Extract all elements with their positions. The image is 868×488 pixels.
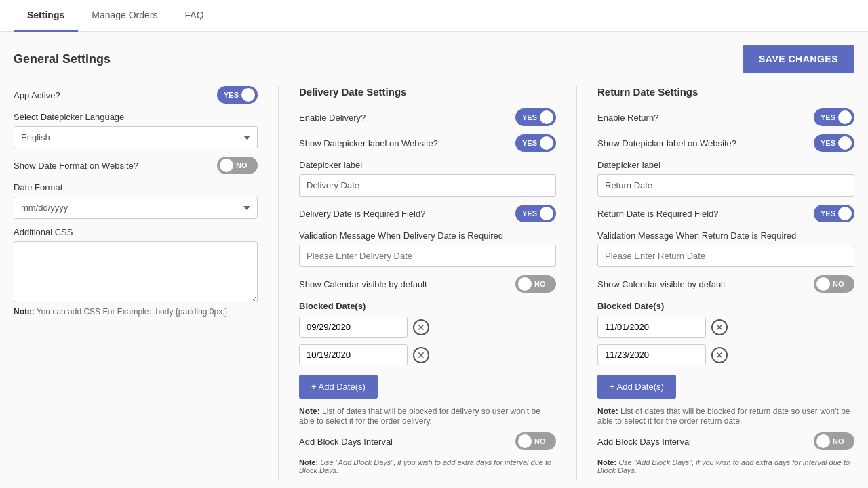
return-required-label: Return Date is Required Field? — [597, 209, 718, 219]
delivery-add-dates-button[interactable]: + Add Date(s) — [299, 375, 378, 399]
return-enable-row: Enable Return? YES — [597, 108, 854, 126]
delivery-blocked-date-1: ✕ — [299, 317, 556, 338]
return-enable-toggle[interactable]: YES — [814, 108, 854, 126]
delivery-required-row: Delivery Date is Required Field? YES — [299, 205, 556, 222]
return-show-datepicker-toggle[interactable]: YES — [814, 134, 854, 152]
return-note-bold: Note: — [597, 407, 618, 416]
delivery-required-label: Delivery Date is Required Field? — [299, 209, 425, 219]
show-date-format-toggle[interactable]: NO — [217, 157, 258, 174]
return-show-datepicker-knob — [838, 136, 852, 150]
delivery-date-input-2[interactable] — [299, 344, 408, 365]
return-show-datepicker-row: Show Datepicker label on Website? YES — [597, 134, 854, 152]
return-block-days-toggle[interactable]: NO — [814, 432, 854, 450]
left-panel: App Active? YES Select Datepicker Langua… — [14, 86, 258, 323]
date-format-select[interactable]: mm/dd/yyyy dd/mm/yyyy yyyy/mm/dd — [14, 197, 258, 219]
return-required-toggle-label: YES — [821, 209, 835, 218]
delivery-block-days-row: Add Block Days Interval NO — [299, 432, 556, 450]
return-date-input-2[interactable] — [597, 344, 706, 365]
middle-divider — [576, 86, 577, 481]
delivery-calendar-row: Show Calendar visible by default NO — [299, 275, 556, 293]
return-datepicker-label-input[interactable] — [597, 174, 854, 197]
return-calendar-label: Show Calendar visible by default — [597, 279, 726, 289]
delivery-calendar-knob — [518, 277, 532, 291]
return-block-days-knob — [816, 434, 830, 448]
delivery-required-toggle-label: YES — [522, 209, 537, 218]
delivery-validation-label-text: Validation Message When Delivery Date is… — [299, 230, 556, 241]
delivery-datepicker-label-text: Datepicker label — [299, 160, 556, 170]
return-show-datepicker-label: Show Datepicker label on Website? — [597, 138, 736, 148]
delivery-panel: Delivery Date Settings Enable Delivery? … — [299, 86, 556, 481]
return-remove-date-1[interactable]: ✕ — [711, 319, 728, 336]
return-calendar-toggle[interactable]: NO — [814, 275, 854, 293]
delivery-note: Note: List of dates that will be blocked… — [299, 407, 556, 426]
page-title: General Settings — [14, 52, 111, 66]
delivery-required-knob — [540, 207, 553, 220]
delivery-calendar-label: Show Calendar visible by default — [299, 279, 427, 289]
delivery-note-content: List of dates that will be blocked for d… — [299, 407, 540, 426]
delivery-validation-input[interactable] — [299, 245, 556, 267]
delivery-blocked-dates-label: Blocked Date(s) — [299, 301, 556, 311]
delivery-calendar-toggle-label: NO — [534, 280, 546, 288]
return-note: Note: List of dates that will be blocked… — [597, 407, 854, 426]
delivery-block-days-note: Note: Use "Add Block Days", if you wish … — [299, 458, 556, 474]
show-date-format-knob — [220, 159, 233, 172]
app-active-row: App Active? YES — [14, 86, 258, 104]
additional-css-textarea[interactable] — [14, 241, 258, 302]
return-panel: Return Date Settings Enable Return? YES … — [597, 86, 854, 481]
return-calendar-row: Show Calendar visible by default NO — [597, 275, 854, 293]
show-date-format-label: Show Date Format on Website? — [14, 161, 138, 171]
delivery-calendar-toggle[interactable]: NO — [515, 275, 556, 293]
delivery-remove-date-2[interactable]: ✕ — [413, 347, 429, 363]
delivery-enable-toggle-label: YES — [522, 113, 537, 121]
return-add-dates-button[interactable]: + Add Date(s) — [597, 375, 676, 399]
return-datepicker-label-text: Datepicker label — [597, 160, 854, 170]
delivery-block-days-note-bold: Note: — [299, 458, 318, 466]
show-date-format-row: Show Date Format on Website? NO — [14, 157, 258, 174]
css-note-content: You can add CSS For Example: .body {padd… — [37, 307, 228, 317]
delivery-show-datepicker-toggle[interactable]: YES — [515, 134, 556, 152]
return-panel-title: Return Date Settings — [597, 86, 854, 98]
app-active-toggle-label: YES — [224, 91, 239, 99]
save-changes-button[interactable]: SAVE CHANGES — [743, 45, 854, 73]
tab-faq[interactable]: FAQ — [172, 0, 218, 32]
show-date-format-toggle-label: NO — [236, 161, 248, 169]
tab-settings[interactable]: Settings — [14, 0, 78, 32]
app-active-toggle-knob — [241, 88, 255, 102]
delivery-remove-date-1[interactable]: ✕ — [413, 319, 429, 336]
date-format-label: Date Format — [14, 182, 258, 192]
delivery-required-toggle[interactable]: YES — [515, 205, 556, 222]
app-active-label: App Active? — [14, 90, 60, 100]
datepicker-lang-label: Select Datepicker Language — [14, 112, 258, 122]
app-active-toggle[interactable]: YES — [217, 86, 258, 104]
delivery-enable-knob — [540, 110, 553, 124]
return-show-datepicker-toggle-label: YES — [821, 139, 835, 147]
return-remove-date-2[interactable]: ✕ — [711, 347, 728, 363]
return-validation-input[interactable] — [597, 245, 854, 267]
return-required-toggle[interactable]: YES — [814, 205, 854, 222]
return-block-days-note-bold: Note: — [597, 458, 616, 466]
delivery-enable-toggle[interactable]: YES — [515, 108, 556, 126]
tab-manage-orders[interactable]: Manage Orders — [78, 0, 171, 32]
columns-layout: App Active? YES Select Datepicker Langua… — [14, 86, 854, 481]
return-block-days-row: Add Block Days Interval NO — [597, 432, 854, 450]
delivery-enable-row: Enable Delivery? YES — [299, 108, 556, 126]
delivery-show-datepicker-toggle-label: YES — [522, 139, 537, 147]
datepicker-lang-select[interactable]: English French Spanish German — [14, 126, 258, 148]
return-validation-label-text: Validation Message When Return Date is R… — [597, 230, 854, 241]
delivery-block-days-note-content: Use "Add Block Days", if you wish to add… — [299, 458, 551, 474]
return-calendar-knob — [816, 277, 830, 291]
left-divider — [278, 86, 279, 481]
return-calendar-toggle-label: NO — [833, 280, 844, 288]
delivery-show-datepicker-label: Show Datepicker label on Website? — [299, 138, 438, 148]
delivery-date-input-1[interactable] — [299, 317, 408, 338]
return-note-content: List of dates that will be blocked for r… — [597, 407, 850, 426]
return-date-input-1[interactable] — [597, 317, 706, 338]
delivery-enable-label: Enable Delivery? — [299, 113, 366, 123]
delivery-block-days-toggle-label: NO — [534, 437, 546, 445]
return-blocked-dates-label: Blocked Date(s) — [597, 301, 854, 311]
delivery-datepicker-label-input[interactable] — [299, 174, 556, 197]
additional-css-label: Additional CSS — [14, 227, 258, 237]
delivery-panel-title: Delivery Date Settings — [299, 86, 556, 98]
delivery-block-days-toggle[interactable]: NO — [515, 432, 556, 450]
return-enable-label: Enable Return? — [597, 113, 658, 123]
